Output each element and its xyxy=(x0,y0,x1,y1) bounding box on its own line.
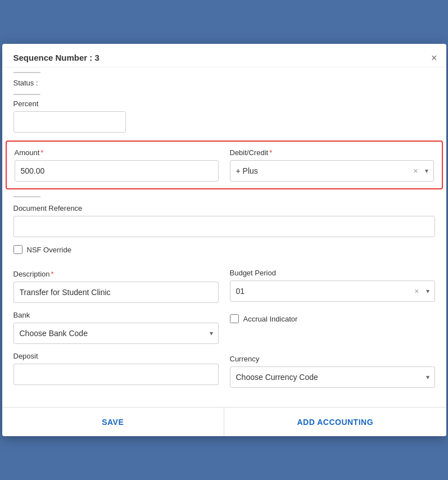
add-accounting-button[interactable]: ADD ACCOUNTING xyxy=(224,407,446,436)
budget-period-select[interactable]: 01 02 03 04 xyxy=(230,280,435,302)
nsf-override-row: NSF Override xyxy=(13,245,219,254)
percent-input[interactable] xyxy=(13,111,126,133)
section-divider-2 xyxy=(13,196,40,197)
status-label: Status : xyxy=(13,79,435,87)
modal-footer: SAVE ADD ACCOUNTING xyxy=(2,407,446,436)
debit-credit-select[interactable]: + Plus - Minus xyxy=(230,160,434,182)
nsf-override-label: NSF Override xyxy=(27,246,71,254)
amount-debitcredit-row: Amount* Debit/Credit* + Plus - Minus xyxy=(15,148,434,182)
modal-body: Status : Percent Amount* xyxy=(2,73,446,407)
status-section: Status : xyxy=(13,73,435,87)
modal-header: Sequence Number : 3 × xyxy=(2,44,446,67)
budget-period-label: Budget Period xyxy=(230,269,435,277)
modal-dialog: Sequence Number : 3 × Status : Percent xyxy=(2,44,446,436)
amount-label: Amount* xyxy=(15,148,219,157)
description-group: Description* xyxy=(13,270,219,303)
budget-period-select-wrapper: 01 02 03 04 × ▾ xyxy=(230,280,435,302)
debit-credit-group: Debit/Credit* + Plus - Minus × ▾ xyxy=(230,148,434,182)
budget-period-group: Budget Period 01 02 03 04 × ▾ xyxy=(230,269,435,302)
document-reference-group: Document Reference xyxy=(13,204,435,237)
bank-select-wrapper: Choose Bank Code ▾ xyxy=(13,323,219,344)
currency-label: Currency xyxy=(230,355,435,363)
document-reference-input[interactable] xyxy=(13,216,435,237)
deposit-input[interactable] xyxy=(13,364,219,385)
nsf-col: Document Reference xyxy=(13,202,435,237)
budget-period-clear-icon[interactable]: × xyxy=(414,287,419,296)
debit-credit-select-wrapper: + Plus - Minus × ▾ xyxy=(230,160,434,182)
debit-credit-clear-icon[interactable]: × xyxy=(413,166,418,175)
document-reference-label: Document Reference xyxy=(13,204,435,212)
nsf-override-checkbox[interactable] xyxy=(13,245,22,254)
nsf-description-row: NSF Override Description* Bank Choose Ba… xyxy=(13,245,435,388)
currency-select-wrapper: Choose Currency Code ▾ xyxy=(230,366,435,388)
nsf-docref-row: Document Reference xyxy=(13,202,435,237)
accrual-indicator-checkbox[interactable] xyxy=(230,314,239,323)
section-divider-1 xyxy=(13,94,40,95)
amount-group: Amount* xyxy=(15,148,219,182)
save-button[interactable]: SAVE xyxy=(2,407,225,436)
debit-credit-label: Debit/Credit* xyxy=(230,148,434,157)
close-button[interactable]: × xyxy=(431,53,437,63)
currency-select[interactable]: Choose Currency Code xyxy=(230,366,435,388)
percent-label: Percent xyxy=(13,99,435,108)
bank-group: Bank Choose Bank Code ▾ xyxy=(13,311,219,344)
amount-input[interactable] xyxy=(15,160,219,182)
deposit-label: Deposit xyxy=(13,352,219,360)
deposit-group: Deposit xyxy=(13,352,219,385)
modal-overlay: Sequence Number : 3 × Status : Percent xyxy=(0,0,448,480)
description-input[interactable] xyxy=(13,282,219,303)
accrual-indicator-row: Accrual Indicator xyxy=(230,314,435,323)
description-label: Description* xyxy=(13,270,219,278)
accrual-indicator-label: Accrual Indicator xyxy=(243,315,298,323)
amount-debitcredit-section: Amount* Debit/Credit* + Plus - Minus xyxy=(6,141,443,189)
currency-group: Currency Choose Currency Code ▾ xyxy=(230,355,435,388)
modal-title: Sequence Number : 3 xyxy=(13,53,99,62)
bank-label: Bank xyxy=(13,311,219,319)
bank-select[interactable]: Choose Bank Code xyxy=(13,323,219,344)
percent-group: Percent xyxy=(13,99,435,133)
